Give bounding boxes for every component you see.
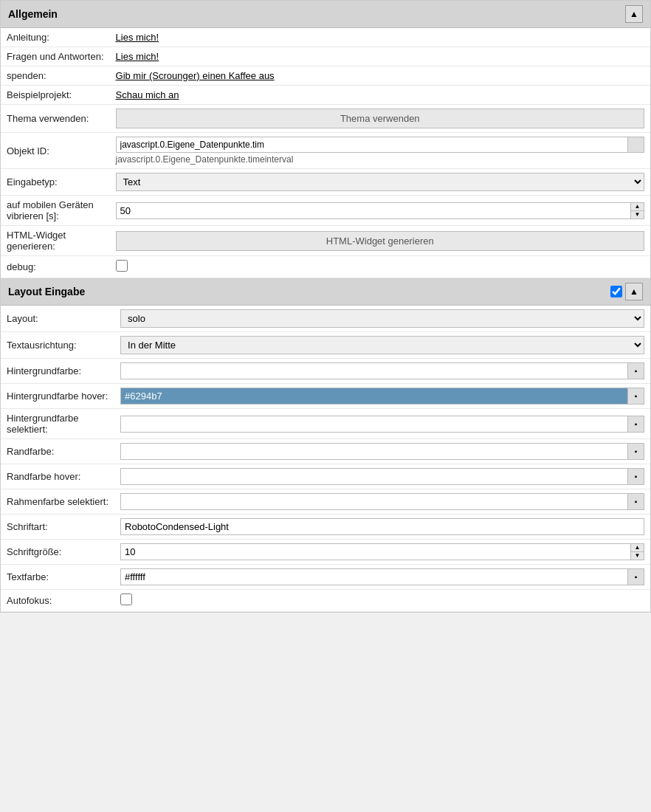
randfarbe-label: Randfarbe: — [1, 439, 114, 464]
autofokus-label: Autofokus: — [1, 590, 114, 612]
textausrichtung-select[interactable]: In der Mitte Links Rechts — [120, 336, 644, 354]
textfarbe-input-wrap: ▪ — [120, 568, 644, 585]
rahmenfarbe-sel-input[interactable] — [120, 493, 628, 510]
randfarbe-input[interactable] — [120, 443, 628, 460]
rahmenfarbe-sel-label: Rahmenfarbe selektiert: — [1, 489, 114, 515]
objekt-input-wrap — [116, 137, 644, 153]
layout-row: Layout: solo duo trio — [1, 306, 650, 332]
thema-row: Thema verwenden: Thema verwenden — [1, 105, 650, 133]
allgemein-collapse-btn[interactable]: ▲ — [625, 5, 643, 23]
randfarbe-hover-input[interactable] — [120, 468, 628, 485]
layout-enabled-checkbox[interactable] — [610, 286, 622, 297]
textausrichtung-row: Textausrichtung: In der Mitte Links Rech… — [1, 332, 650, 359]
thema-label: Thema verwenden: — [1, 105, 110, 133]
debug-row: debug: — [1, 256, 650, 278]
mobil-spinner-arrows: ▲ ▼ — [631, 202, 644, 219]
schriftgroesse-down-arrow[interactable]: ▼ — [631, 552, 644, 560]
hintergrund-row: Hintergrundfarbe: ▪ — [1, 359, 650, 384]
layout-collapse-btn[interactable]: ▲ — [625, 283, 643, 300]
html-widget-row: HTML-Widget generieren: HTML-Widget gene… — [1, 226, 650, 256]
layout-section-header: Layout Eingabe ▲ — [1, 278, 650, 306]
hintergrund-input[interactable] — [120, 362, 628, 379]
hintergrund-sel-input-wrap: ▪ — [120, 416, 644, 433]
thema-verwenden-button[interactable]: Thema verwenden — [116, 109, 644, 128]
schriftgroesse-label: Schriftgröße: — [1, 540, 114, 565]
eingabetyp-row: Eingabetyp: Text Zahl Datum — [1, 169, 650, 196]
objekt-id-subtext: javascript.0.Eigene_Datenpunkte.timeinte… — [116, 154, 644, 165]
hintergrund-sel-row: Hintergrundfarbe selektiert: ▪ — [1, 409, 650, 439]
textausrichtung-label: Textausrichtung: — [1, 332, 114, 359]
hintergrund-hover-input[interactable] — [120, 388, 628, 405]
textfarbe-label: Textfarbe: — [1, 565, 114, 590]
hintergrund-input-wrap: ▪ — [120, 362, 644, 379]
hintergrund-hover-label: Hintergrundfarbe hover: — [1, 384, 114, 409]
html-widget-label: HTML-Widget generieren: — [1, 226, 110, 256]
debug-label: debug: — [1, 256, 110, 278]
randfarbe-hover-color-btn[interactable]: ▪ — [628, 468, 644, 485]
layout-select[interactable]: solo duo trio — [120, 309, 644, 328]
mobil-input[interactable] — [116, 202, 631, 219]
anleitung-label: Anleitung: — [1, 28, 110, 47]
autofokus-row: Autofokus: — [1, 590, 650, 612]
mobil-down-arrow[interactable]: ▼ — [631, 211, 644, 219]
allgemein-table: Anleitung: Lies mich! Fragen und Antwort… — [1, 28, 650, 278]
textfarbe-color-btn[interactable]: ▪ — [628, 568, 644, 585]
autofokus-checkbox[interactable] — [120, 593, 132, 605]
objekt-id-cell: javascript.0.Eigene_Datenpunkte.timeinte… — [116, 137, 644, 165]
layout-label: Layout: — [1, 306, 114, 332]
hintergrund-sel-input[interactable] — [120, 416, 628, 433]
schriftart-row: Schriftart: — [1, 515, 650, 540]
html-widget-button[interactable]: HTML-Widget generieren — [116, 231, 644, 251]
fragen-row: Fragen und Antworten: Lies mich! — [1, 47, 650, 66]
schriftgroesse-spinner: ▲ ▼ — [120, 543, 644, 560]
mobil-up-arrow[interactable]: ▲ — [631, 203, 644, 211]
layout-controls: ▲ — [610, 283, 643, 300]
allgemein-controls: ▲ — [625, 5, 643, 23]
schriftgroesse-spinner-arrows: ▲ ▼ — [631, 543, 644, 560]
mobil-spinner: ▲ ▼ — [116, 202, 644, 219]
beispiel-row: Beispielprojekt: Schau mich an — [1, 86, 650, 105]
hintergrund-sel-label: Hintergrundfarbe selektiert: — [1, 409, 114, 439]
beispiel-label: Beispielprojekt: — [1, 86, 110, 105]
randfarbe-hover-input-wrap: ▪ — [120, 468, 644, 485]
schriftgroesse-row: Schriftgröße: ▲ ▼ — [1, 540, 650, 565]
schriftgroesse-input[interactable] — [120, 543, 631, 560]
randfarbe-row: Randfarbe: ▪ — [1, 439, 650, 464]
hintergrund-hover-input-wrap: ▪ — [120, 388, 644, 405]
anleitung-row: Anleitung: Lies mich! — [1, 28, 650, 47]
schriftgroesse-up-arrow[interactable]: ▲ — [631, 544, 644, 552]
hintergrund-hover-row: Hintergrundfarbe hover: ▪ — [1, 384, 650, 409]
eingabetyp-label: Eingabetyp: — [1, 169, 110, 196]
debug-checkbox[interactable] — [116, 260, 128, 272]
allgemein-title: Allgemein — [8, 8, 58, 20]
fragen-label: Fragen und Antworten: — [1, 47, 110, 66]
fragen-link[interactable]: Lies mich! — [116, 51, 159, 62]
randfarbe-input-wrap: ▪ — [120, 443, 644, 460]
hintergrund-color-btn[interactable]: ▪ — [628, 362, 644, 379]
layout-title: Layout Eingabe — [8, 286, 85, 297]
rahmenfarbe-sel-color-btn[interactable]: ▪ — [628, 493, 644, 510]
spenden-row: spenden: Gib mir (Scrounger) einen Kaffe… — [1, 66, 650, 86]
objekt-label: Objekt ID: — [1, 133, 110, 169]
eingabetyp-select[interactable]: Text Zahl Datum — [116, 173, 644, 191]
randfarbe-color-btn[interactable]: ▪ — [628, 443, 644, 460]
layout-table: Layout: solo duo trio Textausrichtung: I… — [1, 306, 650, 612]
randfarbe-hover-label: Randfarbe hover: — [1, 464, 114, 489]
allgemein-section-header: Allgemein ▲ — [1, 1, 650, 28]
textfarbe-row: Textfarbe: ▪ — [1, 565, 650, 590]
beispiel-link[interactable]: Schau mich an — [116, 89, 179, 100]
objekt-id-input[interactable] — [116, 137, 628, 153]
anleitung-link[interactable]: Lies mich! — [116, 32, 159, 43]
mobil-label: auf mobilen Geräten vibrieren [s]: — [1, 196, 110, 226]
main-panel: Allgemein ▲ Anleitung: Lies mich! Fragen… — [0, 0, 651, 613]
hintergrund-hover-color-btn[interactable]: ▪ — [628, 388, 644, 405]
mobil-row: auf mobilen Geräten vibrieren [s]: ▲ ▼ — [1, 196, 650, 226]
schriftart-input[interactable] — [120, 518, 644, 535]
textfarbe-input[interactable] — [120, 568, 628, 585]
schriftart-label: Schriftart: — [1, 515, 114, 540]
objekt-row: Objekt ID: javascript.0.Eigene_Datenpunk… — [1, 133, 650, 169]
objekt-id-color-btn[interactable] — [628, 137, 644, 153]
spenden-link[interactable]: Gib mir (Scrounger) einen Kaffee aus — [116, 70, 275, 81]
hintergrund-sel-color-btn[interactable]: ▪ — [628, 416, 644, 433]
spenden-label: spenden: — [1, 66, 110, 86]
